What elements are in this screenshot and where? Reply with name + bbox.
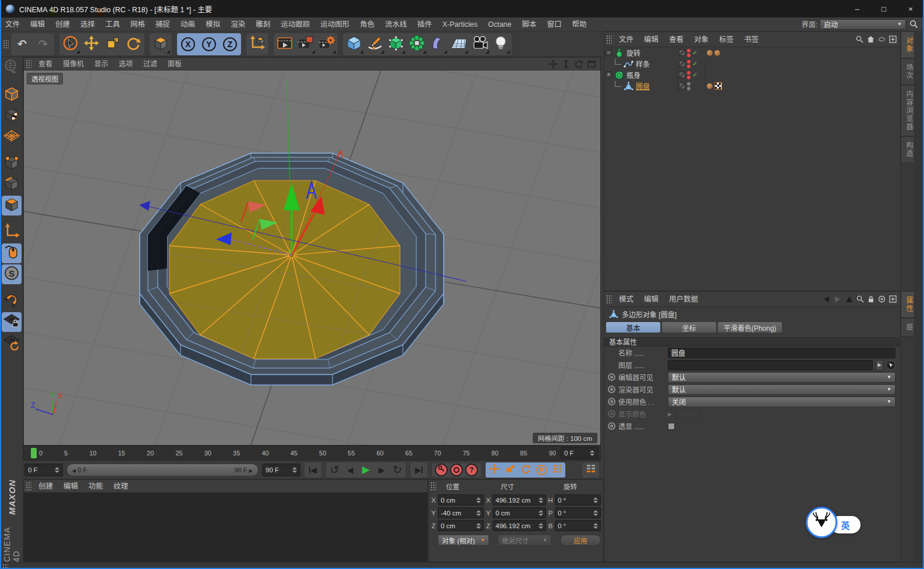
points-mode-button[interactable] <box>2 154 22 174</box>
apply-button[interactable]: 应用 <box>560 535 601 546</box>
layer-square[interactable] <box>679 72 685 78</box>
current-frame-spinner[interactable]: 0 F <box>24 464 63 476</box>
material-menu-texture[interactable]: 纹理 <box>108 479 133 493</box>
layer-square[interactable] <box>679 83 685 89</box>
object-name[interactable]: 瓶身 <box>626 70 640 80</box>
workplane-mode-button[interactable] <box>2 127 22 147</box>
key-position-button[interactable] <box>486 463 502 477</box>
render-settings-button[interactable] <box>316 34 337 55</box>
go-to-start-button[interactable]: ◀ <box>305 463 321 477</box>
viewport-grip[interactable] <box>26 59 31 69</box>
menu-snap[interactable]: 捕捉 <box>150 17 175 31</box>
menu-file[interactable]: 文件 <box>0 17 25 31</box>
menu-motion-tracker[interactable]: 运动跟踪 <box>275 17 315 31</box>
live-selection-button[interactable] <box>60 34 81 55</box>
lock-z-axis-button[interactable]: Z <box>220 34 240 55</box>
menu-edit[interactable]: 编辑 <box>25 17 50 31</box>
layer-browse-button[interactable]: ▶ <box>876 360 883 370</box>
record-keyframe-button[interactable] <box>435 464 448 476</box>
history-forward-icon[interactable] <box>834 296 842 303</box>
tab-content-browser[interactable]: 内容浏览器 <box>901 85 915 136</box>
enable-axis-button[interactable] <box>2 222 22 242</box>
add-panel-icon[interactable] <box>889 36 897 43</box>
tab-coordinates[interactable]: 坐标 <box>661 321 717 333</box>
layer-square[interactable] <box>679 61 685 67</box>
add-camera-button[interactable] <box>469 34 490 55</box>
lock-icon[interactable] <box>868 295 875 303</box>
lock-y-axis-button[interactable]: Y <box>199 34 220 55</box>
add-spline-button[interactable] <box>364 34 385 55</box>
lock-x-axis-button[interactable]: X <box>178 34 199 55</box>
editor-visibility-dot[interactable] <box>687 60 691 63</box>
menu-octane[interactable]: Octane <box>483 17 516 31</box>
anim-dot-icon[interactable] <box>608 398 615 405</box>
snap-magnet-button[interactable] <box>2 291 22 311</box>
viewport-menu-cameras[interactable]: 摄像机 <box>58 58 89 70</box>
history-back-icon[interactable] <box>822 296 830 303</box>
stepper-icon[interactable] <box>539 523 543 529</box>
status-grip[interactable] <box>2 564 8 568</box>
add-generator-button[interactable] <box>385 34 406 55</box>
om-menu-tags[interactable]: 标签 <box>714 33 739 47</box>
anim-dot-icon[interactable] <box>608 386 615 393</box>
layer-input[interactable] <box>668 360 873 370</box>
editor-visible-dropdown[interactable]: 默认▼ <box>668 372 895 383</box>
add-light-button[interactable] <box>490 34 511 55</box>
add-environment-button[interactable] <box>448 34 469 55</box>
minimize-button[interactable]: – <box>844 0 870 17</box>
om-menu-view[interactable]: 查看 <box>664 33 689 47</box>
size-x-input[interactable]: 496.192 cm <box>493 494 546 506</box>
tab-takes[interactable]: 场次 <box>901 58 915 85</box>
ruler-frame-spinner[interactable]: 0 F <box>561 447 598 459</box>
menu-plugins[interactable]: 插件 <box>412 17 437 31</box>
menu-sculpt[interactable]: 雕刻 <box>250 17 275 31</box>
editor-visibility-dot[interactable] <box>687 71 691 75</box>
menu-animate[interactable]: 动画 <box>175 17 200 31</box>
stepper-icon[interactable] <box>476 497 481 503</box>
am-menu-edit[interactable]: 编辑 <box>639 292 664 306</box>
stepper-icon[interactable] <box>292 467 297 473</box>
enabled-check[interactable]: ✓ <box>692 49 698 56</box>
previous-frame-button[interactable]: ◀ <box>342 463 358 477</box>
go-to-end-button[interactable]: ▶ <box>411 463 427 477</box>
stepper-icon[interactable] <box>476 510 481 516</box>
render-visibility-dot[interactable] <box>687 54 691 57</box>
viewport-menu-display[interactable]: 显示 <box>89 58 114 70</box>
keyframe-selection-button[interactable]: ? <box>465 464 478 476</box>
size-mode-dropdown[interactable]: 绝对尺寸▼ <box>498 535 551 546</box>
key-scale-button[interactable] <box>502 463 518 477</box>
size-z-input[interactable]: 496.192 cm <box>493 520 546 531</box>
snap-settings-button[interactable]: S <box>2 264 22 284</box>
coord-mode-dropdown[interactable]: 对象 (相对)▼ <box>438 535 489 546</box>
viewport-zoom-icon[interactable] <box>561 59 571 69</box>
last-tool-cube-button[interactable] <box>150 34 171 55</box>
object-manager-grip[interactable] <box>606 35 612 44</box>
editor-visibility-dot[interactable] <box>687 82 691 86</box>
parent-up-icon[interactable] <box>845 296 853 303</box>
interface-dropdown[interactable]: 启动 ▼ <box>820 19 906 30</box>
material-menu-edit[interactable]: 编辑 <box>58 479 83 493</box>
viewport-solo-button[interactable] <box>2 243 22 263</box>
key-parameter-button[interactable]: P <box>533 463 549 477</box>
viewport-canvas[interactable]: Y X Z <box>24 70 600 445</box>
stepper-icon[interactable] <box>593 523 598 529</box>
autokey-button[interactable] <box>450 464 463 476</box>
attribute-grip[interactable] <box>606 295 612 304</box>
viewport-menu-panel[interactable]: 面板 <box>162 58 187 70</box>
ime-logo-button[interactable] <box>806 507 837 538</box>
object-row-spline[interactable]: 样条 ✓ <box>604 58 900 69</box>
render-visible-dropdown[interactable]: 默认▼ <box>668 384 895 395</box>
object-row-disc[interactable]: 圆盘 <box>604 80 900 91</box>
range-left-arrow-icon[interactable]: ◀ <box>72 468 76 473</box>
stepper-icon[interactable] <box>593 510 598 516</box>
stepper-icon[interactable] <box>590 450 594 456</box>
rotate-tool-button[interactable] <box>123 34 144 55</box>
expand-icon[interactable]: + <box>606 72 612 78</box>
maximize-button[interactable]: □ <box>870 0 897 17</box>
key-pla-button[interactable] <box>549 463 565 477</box>
viewport-rotate-icon[interactable] <box>573 59 584 69</box>
edges-mode-button[interactable] <box>2 175 22 195</box>
om-menu-edit[interactable]: 编辑 <box>639 33 664 47</box>
editor-visibility-dot[interactable] <box>687 49 691 52</box>
menu-select[interactable]: 选择 <box>75 17 100 31</box>
